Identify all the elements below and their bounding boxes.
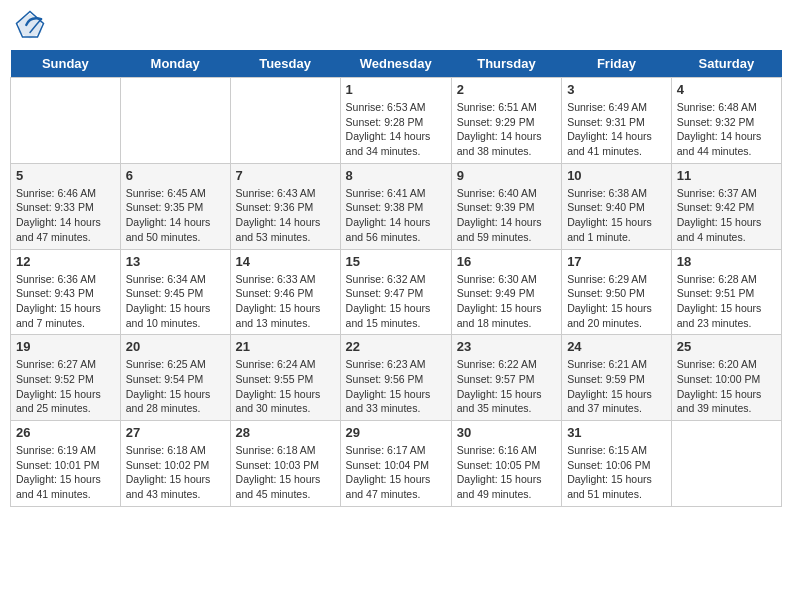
calendar-cell: 25Sunrise: 6:20 AM Sunset: 10:00 PM Dayl… (671, 335, 781, 421)
calendar-cell: 11Sunrise: 6:37 AM Sunset: 9:42 PM Dayli… (671, 163, 781, 249)
day-info: Sunrise: 6:16 AM Sunset: 10:05 PM Daylig… (457, 443, 556, 502)
calendar-week-4: 19Sunrise: 6:27 AM Sunset: 9:52 PM Dayli… (11, 335, 782, 421)
day-info: Sunrise: 6:25 AM Sunset: 9:54 PM Dayligh… (126, 357, 225, 416)
calendar-cell: 8Sunrise: 6:41 AM Sunset: 9:38 PM Daylig… (340, 163, 451, 249)
day-number: 24 (567, 339, 666, 354)
day-info: Sunrise: 6:34 AM Sunset: 9:45 PM Dayligh… (126, 272, 225, 331)
day-number: 27 (126, 425, 225, 440)
day-info: Sunrise: 6:20 AM Sunset: 10:00 PM Daylig… (677, 357, 776, 416)
day-header-wednesday: Wednesday (340, 50, 451, 78)
day-number: 21 (236, 339, 335, 354)
day-header-tuesday: Tuesday (230, 50, 340, 78)
day-info: Sunrise: 6:36 AM Sunset: 9:43 PM Dayligh… (16, 272, 115, 331)
day-number: 9 (457, 168, 556, 183)
day-number: 28 (236, 425, 335, 440)
day-info: Sunrise: 6:49 AM Sunset: 9:31 PM Dayligh… (567, 100, 666, 159)
day-info: Sunrise: 6:17 AM Sunset: 10:04 PM Daylig… (346, 443, 446, 502)
day-number: 8 (346, 168, 446, 183)
day-info: Sunrise: 6:15 AM Sunset: 10:06 PM Daylig… (567, 443, 666, 502)
day-number: 1 (346, 82, 446, 97)
day-number: 26 (16, 425, 115, 440)
calendar-cell: 26Sunrise: 6:19 AM Sunset: 10:01 PM Dayl… (11, 421, 121, 507)
day-number: 29 (346, 425, 446, 440)
day-info: Sunrise: 6:18 AM Sunset: 10:02 PM Daylig… (126, 443, 225, 502)
day-info: Sunrise: 6:53 AM Sunset: 9:28 PM Dayligh… (346, 100, 446, 159)
calendar-cell: 16Sunrise: 6:30 AM Sunset: 9:49 PM Dayli… (451, 249, 561, 335)
calendar-week-1: 1Sunrise: 6:53 AM Sunset: 9:28 PM Daylig… (11, 78, 782, 164)
calendar-cell (120, 78, 230, 164)
calendar-cell: 15Sunrise: 6:32 AM Sunset: 9:47 PM Dayli… (340, 249, 451, 335)
calendar-cell: 29Sunrise: 6:17 AM Sunset: 10:04 PM Dayl… (340, 421, 451, 507)
day-info: Sunrise: 6:51 AM Sunset: 9:29 PM Dayligh… (457, 100, 556, 159)
day-number: 25 (677, 339, 776, 354)
day-info: Sunrise: 6:46 AM Sunset: 9:33 PM Dayligh… (16, 186, 115, 245)
day-number: 16 (457, 254, 556, 269)
day-header-friday: Friday (562, 50, 672, 78)
day-info: Sunrise: 6:21 AM Sunset: 9:59 PM Dayligh… (567, 357, 666, 416)
day-number: 30 (457, 425, 556, 440)
day-info: Sunrise: 6:23 AM Sunset: 9:56 PM Dayligh… (346, 357, 446, 416)
day-info: Sunrise: 6:40 AM Sunset: 9:39 PM Dayligh… (457, 186, 556, 245)
day-info: Sunrise: 6:43 AM Sunset: 9:36 PM Dayligh… (236, 186, 335, 245)
calendar-cell: 14Sunrise: 6:33 AM Sunset: 9:46 PM Dayli… (230, 249, 340, 335)
day-number: 19 (16, 339, 115, 354)
calendar-cell: 27Sunrise: 6:18 AM Sunset: 10:02 PM Dayl… (120, 421, 230, 507)
calendar-week-5: 26Sunrise: 6:19 AM Sunset: 10:01 PM Dayl… (11, 421, 782, 507)
calendar-cell: 6Sunrise: 6:45 AM Sunset: 9:35 PM Daylig… (120, 163, 230, 249)
day-info: Sunrise: 6:48 AM Sunset: 9:32 PM Dayligh… (677, 100, 776, 159)
day-number: 23 (457, 339, 556, 354)
calendar-cell: 12Sunrise: 6:36 AM Sunset: 9:43 PM Dayli… (11, 249, 121, 335)
calendar-cell: 20Sunrise: 6:25 AM Sunset: 9:54 PM Dayli… (120, 335, 230, 421)
day-info: Sunrise: 6:30 AM Sunset: 9:49 PM Dayligh… (457, 272, 556, 331)
day-number: 15 (346, 254, 446, 269)
day-header-monday: Monday (120, 50, 230, 78)
calendar-cell (671, 421, 781, 507)
calendar-cell: 17Sunrise: 6:29 AM Sunset: 9:50 PM Dayli… (562, 249, 672, 335)
calendar-week-3: 12Sunrise: 6:36 AM Sunset: 9:43 PM Dayli… (11, 249, 782, 335)
calendar-header-row: SundayMondayTuesdayWednesdayThursdayFrid… (11, 50, 782, 78)
day-header-sunday: Sunday (11, 50, 121, 78)
calendar-cell: 1Sunrise: 6:53 AM Sunset: 9:28 PM Daylig… (340, 78, 451, 164)
day-info: Sunrise: 6:37 AM Sunset: 9:42 PM Dayligh… (677, 186, 776, 245)
calendar-cell: 4Sunrise: 6:48 AM Sunset: 9:32 PM Daylig… (671, 78, 781, 164)
logo-icon (15, 10, 45, 40)
calendar-cell: 7Sunrise: 6:43 AM Sunset: 9:36 PM Daylig… (230, 163, 340, 249)
day-number: 7 (236, 168, 335, 183)
calendar-cell: 21Sunrise: 6:24 AM Sunset: 9:55 PM Dayli… (230, 335, 340, 421)
calendar-cell (230, 78, 340, 164)
day-number: 14 (236, 254, 335, 269)
calendar-cell: 19Sunrise: 6:27 AM Sunset: 9:52 PM Dayli… (11, 335, 121, 421)
day-header-thursday: Thursday (451, 50, 561, 78)
day-number: 31 (567, 425, 666, 440)
calendar-cell: 31Sunrise: 6:15 AM Sunset: 10:06 PM Dayl… (562, 421, 672, 507)
calendar-cell: 2Sunrise: 6:51 AM Sunset: 9:29 PM Daylig… (451, 78, 561, 164)
day-info: Sunrise: 6:24 AM Sunset: 9:55 PM Dayligh… (236, 357, 335, 416)
day-info: Sunrise: 6:32 AM Sunset: 9:47 PM Dayligh… (346, 272, 446, 331)
calendar-cell: 24Sunrise: 6:21 AM Sunset: 9:59 PM Dayli… (562, 335, 672, 421)
day-number: 18 (677, 254, 776, 269)
day-number: 11 (677, 168, 776, 183)
day-info: Sunrise: 6:38 AM Sunset: 9:40 PM Dayligh… (567, 186, 666, 245)
calendar-cell: 22Sunrise: 6:23 AM Sunset: 9:56 PM Dayli… (340, 335, 451, 421)
day-number: 5 (16, 168, 115, 183)
day-info: Sunrise: 6:28 AM Sunset: 9:51 PM Dayligh… (677, 272, 776, 331)
calendar-cell: 5Sunrise: 6:46 AM Sunset: 9:33 PM Daylig… (11, 163, 121, 249)
day-number: 17 (567, 254, 666, 269)
page-header (10, 10, 782, 40)
calendar-cell: 13Sunrise: 6:34 AM Sunset: 9:45 PM Dayli… (120, 249, 230, 335)
day-info: Sunrise: 6:33 AM Sunset: 9:46 PM Dayligh… (236, 272, 335, 331)
day-number: 6 (126, 168, 225, 183)
day-number: 22 (346, 339, 446, 354)
calendar-cell: 10Sunrise: 6:38 AM Sunset: 9:40 PM Dayli… (562, 163, 672, 249)
day-number: 4 (677, 82, 776, 97)
day-number: 3 (567, 82, 666, 97)
day-header-saturday: Saturday (671, 50, 781, 78)
day-info: Sunrise: 6:27 AM Sunset: 9:52 PM Dayligh… (16, 357, 115, 416)
day-info: Sunrise: 6:29 AM Sunset: 9:50 PM Dayligh… (567, 272, 666, 331)
day-number: 12 (16, 254, 115, 269)
day-info: Sunrise: 6:18 AM Sunset: 10:03 PM Daylig… (236, 443, 335, 502)
day-info: Sunrise: 6:22 AM Sunset: 9:57 PM Dayligh… (457, 357, 556, 416)
logo (15, 10, 49, 40)
calendar-week-2: 5Sunrise: 6:46 AM Sunset: 9:33 PM Daylig… (11, 163, 782, 249)
day-number: 10 (567, 168, 666, 183)
